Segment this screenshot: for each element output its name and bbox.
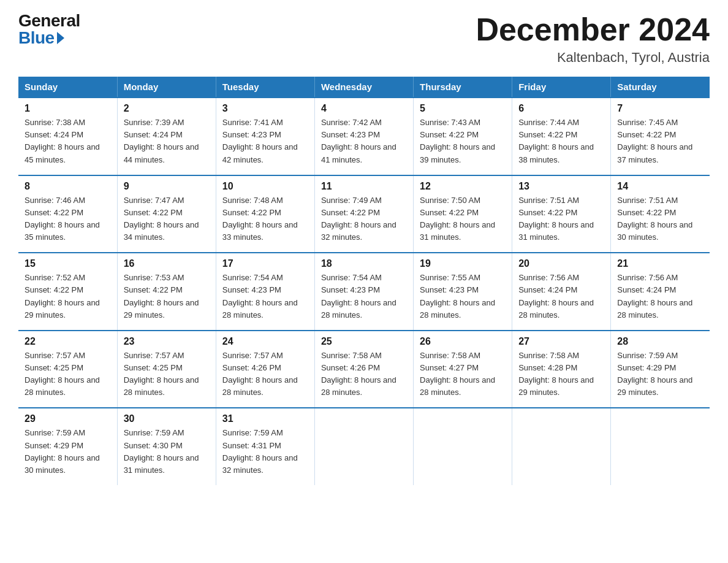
month-title: December 2024 — [476, 12, 710, 47]
day-info: Sunrise: 7:51 AMSunset: 4:22 PMDaylight:… — [617, 196, 692, 242]
day-info: Sunrise: 7:42 AMSunset: 4:23 PMDaylight:… — [321, 118, 396, 164]
table-row — [314, 408, 413, 485]
day-info: Sunrise: 7:55 AMSunset: 4:23 PMDaylight:… — [420, 273, 495, 319]
table-row: 9 Sunrise: 7:47 AMSunset: 4:22 PMDayligh… — [117, 175, 216, 253]
table-row: 14 Sunrise: 7:51 AMSunset: 4:22 PMDaylig… — [611, 175, 710, 253]
day-info: Sunrise: 7:45 AMSunset: 4:22 PMDaylight:… — [617, 118, 692, 164]
day-info: Sunrise: 7:56 AMSunset: 4:24 PMDaylight:… — [518, 273, 594, 319]
title-block: December 2024 Kaltenbach, Tyrol, Austria — [476, 12, 710, 66]
calendar-week-4: 22 Sunrise: 7:57 AMSunset: 4:25 PMDaylig… — [18, 331, 710, 408]
day-number: 23 — [124, 336, 210, 347]
day-number: 1 — [25, 103, 111, 114]
table-row: 1 Sunrise: 7:38 AMSunset: 4:24 PMDayligh… — [18, 98, 117, 175]
day-number: 4 — [321, 103, 407, 114]
day-info: Sunrise: 7:58 AMSunset: 4:26 PMDaylight:… — [321, 351, 396, 397]
table-row: 25 Sunrise: 7:58 AMSunset: 4:26 PMDaylig… — [314, 331, 413, 408]
table-row: 11 Sunrise: 7:49 AMSunset: 4:22 PMDaylig… — [314, 175, 413, 253]
col-thursday: Thursday — [414, 77, 512, 98]
table-row: 27 Sunrise: 7:58 AMSunset: 4:28 PMDaylig… — [512, 331, 611, 408]
day-info: Sunrise: 7:41 AMSunset: 4:23 PMDaylight:… — [222, 118, 298, 164]
day-number: 11 — [321, 181, 407, 192]
calendar-week-3: 15 Sunrise: 7:52 AMSunset: 4:22 PMDaylig… — [18, 253, 710, 331]
day-number: 31 — [222, 413, 308, 424]
day-info: Sunrise: 7:59 AMSunset: 4:29 PMDaylight:… — [25, 428, 100, 474]
day-number: 5 — [420, 103, 506, 114]
day-number: 16 — [124, 258, 210, 269]
table-row: 5 Sunrise: 7:43 AMSunset: 4:22 PMDayligh… — [414, 98, 512, 175]
day-info: Sunrise: 7:59 AMSunset: 4:29 PMDaylight:… — [617, 351, 692, 397]
calendar-week-2: 8 Sunrise: 7:46 AMSunset: 4:22 PMDayligh… — [18, 175, 710, 253]
day-number: 27 — [518, 336, 604, 347]
day-number: 17 — [222, 258, 308, 269]
day-info: Sunrise: 7:59 AMSunset: 4:31 PMDaylight:… — [222, 428, 298, 474]
col-friday: Friday — [512, 77, 611, 98]
day-info: Sunrise: 7:39 AMSunset: 4:24 PMDaylight:… — [124, 118, 199, 164]
day-number: 15 — [25, 258, 111, 269]
day-info: Sunrise: 7:38 AMSunset: 4:24 PMDaylight:… — [25, 118, 100, 164]
day-number: 2 — [124, 103, 210, 114]
day-info: Sunrise: 7:59 AMSunset: 4:30 PMDaylight:… — [124, 428, 199, 474]
day-info: Sunrise: 7:46 AMSunset: 4:22 PMDaylight:… — [25, 196, 100, 242]
table-row — [512, 408, 611, 485]
logo-general-text: General — [18, 12, 80, 29]
col-tuesday: Tuesday — [216, 77, 314, 98]
table-row: 20 Sunrise: 7:56 AMSunset: 4:24 PMDaylig… — [512, 253, 611, 331]
day-number: 6 — [518, 103, 604, 114]
day-info: Sunrise: 7:52 AMSunset: 4:22 PMDaylight:… — [25, 273, 100, 319]
table-row: 7 Sunrise: 7:45 AMSunset: 4:22 PMDayligh… — [611, 98, 710, 175]
day-info: Sunrise: 7:48 AMSunset: 4:22 PMDaylight:… — [222, 196, 298, 242]
table-row: 8 Sunrise: 7:46 AMSunset: 4:22 PMDayligh… — [18, 175, 117, 253]
day-info: Sunrise: 7:54 AMSunset: 4:23 PMDaylight:… — [321, 273, 396, 319]
table-row: 22 Sunrise: 7:57 AMSunset: 4:25 PMDaylig… — [18, 331, 117, 408]
day-number: 22 — [25, 336, 111, 347]
col-saturday: Saturday — [611, 77, 710, 98]
day-number: 20 — [518, 258, 604, 269]
table-row: 17 Sunrise: 7:54 AMSunset: 4:23 PMDaylig… — [216, 253, 314, 331]
table-row: 30 Sunrise: 7:59 AMSunset: 4:30 PMDaylig… — [117, 408, 216, 485]
table-row: 21 Sunrise: 7:56 AMSunset: 4:24 PMDaylig… — [611, 253, 710, 331]
day-info: Sunrise: 7:56 AMSunset: 4:24 PMDaylight:… — [617, 273, 692, 319]
day-info: Sunrise: 7:58 AMSunset: 4:27 PMDaylight:… — [420, 351, 495, 397]
day-info: Sunrise: 7:53 AMSunset: 4:22 PMDaylight:… — [124, 273, 199, 319]
day-number: 26 — [420, 336, 506, 347]
table-row: 13 Sunrise: 7:51 AMSunset: 4:22 PMDaylig… — [512, 175, 611, 253]
page-header: General Blue December 2024 Kaltenbach, T… — [18, 12, 710, 66]
day-number: 9 — [124, 181, 210, 192]
day-info: Sunrise: 7:47 AMSunset: 4:22 PMDaylight:… — [124, 196, 199, 242]
table-row: 2 Sunrise: 7:39 AMSunset: 4:24 PMDayligh… — [117, 98, 216, 175]
day-info: Sunrise: 7:58 AMSunset: 4:28 PMDaylight:… — [518, 351, 594, 397]
day-number: 8 — [25, 181, 111, 192]
day-info: Sunrise: 7:54 AMSunset: 4:23 PMDaylight:… — [222, 273, 298, 319]
calendar-table: Sunday Monday Tuesday Wednesday Thursday… — [18, 77, 710, 485]
location-title: Kaltenbach, Tyrol, Austria — [476, 50, 710, 66]
day-info: Sunrise: 7:57 AMSunset: 4:25 PMDaylight:… — [25, 351, 100, 397]
table-row — [611, 408, 710, 485]
table-row: 16 Sunrise: 7:53 AMSunset: 4:22 PMDaylig… — [117, 253, 216, 331]
day-number: 21 — [617, 258, 703, 269]
table-row: 31 Sunrise: 7:59 AMSunset: 4:31 PMDaylig… — [216, 408, 314, 485]
col-monday: Monday — [117, 77, 216, 98]
day-number: 29 — [25, 413, 111, 424]
col-wednesday: Wednesday — [314, 77, 413, 98]
day-info: Sunrise: 7:57 AMSunset: 4:26 PMDaylight:… — [222, 351, 298, 397]
table-row: 23 Sunrise: 7:57 AMSunset: 4:25 PMDaylig… — [117, 331, 216, 408]
table-row: 10 Sunrise: 7:48 AMSunset: 4:22 PMDaylig… — [216, 175, 314, 253]
day-info: Sunrise: 7:43 AMSunset: 4:22 PMDaylight:… — [420, 118, 495, 164]
table-row: 18 Sunrise: 7:54 AMSunset: 4:23 PMDaylig… — [314, 253, 413, 331]
day-number: 19 — [420, 258, 506, 269]
day-info: Sunrise: 7:44 AMSunset: 4:22 PMDaylight:… — [518, 118, 594, 164]
calendar-header-row: Sunday Monday Tuesday Wednesday Thursday… — [18, 77, 710, 98]
day-number: 30 — [124, 413, 210, 424]
day-number: 25 — [321, 336, 407, 347]
day-number: 7 — [617, 103, 703, 114]
logo-blue-text: Blue — [18, 29, 64, 47]
table-row — [414, 408, 512, 485]
table-row: 19 Sunrise: 7:55 AMSunset: 4:23 PMDaylig… — [414, 253, 512, 331]
day-number: 3 — [222, 103, 308, 114]
table-row: 12 Sunrise: 7:50 AMSunset: 4:22 PMDaylig… — [414, 175, 512, 253]
table-row: 26 Sunrise: 7:58 AMSunset: 4:27 PMDaylig… — [414, 331, 512, 408]
calendar-week-1: 1 Sunrise: 7:38 AMSunset: 4:24 PMDayligh… — [18, 98, 710, 175]
day-number: 13 — [518, 181, 604, 192]
logo: General Blue — [18, 12, 80, 47]
day-number: 12 — [420, 181, 506, 192]
